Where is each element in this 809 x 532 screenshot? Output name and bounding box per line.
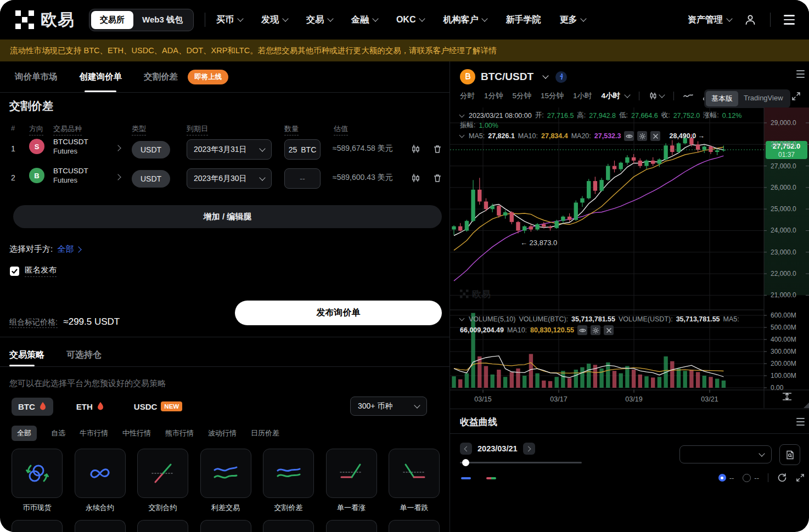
nav-item-more[interactable]: 更多: [559, 14, 586, 26]
strategy-card[interactable]: [263, 520, 314, 532]
filter-favorites[interactable]: 自选: [51, 428, 65, 438]
nav-item-buy[interactable]: 买币: [216, 14, 243, 26]
strategy-card-single-call[interactable]: 单一看涨: [326, 449, 377, 513]
tf-15m[interactable]: 15分钟: [541, 91, 564, 101]
pnl-dropdown[interactable]: [679, 445, 772, 463]
line-chart-icon[interactable]: [683, 93, 693, 99]
gear-icon[interactable]: [591, 325, 600, 335]
toggle-exchange[interactable]: 交易所: [91, 11, 133, 29]
tf-time[interactable]: 分时: [460, 91, 475, 101]
collapse-icon[interactable]: [459, 316, 465, 321]
close-icon[interactable]: [650, 131, 660, 141]
filter-calendar-spread[interactable]: 日历价差: [251, 428, 279, 438]
coin-tab-btc[interactable]: BTC: [12, 398, 53, 416]
filter-bear[interactable]: 熊市行情: [165, 428, 194, 438]
tab-optional-positions[interactable]: 可选持仓: [66, 343, 102, 366]
filter-all[interactable]: 全部: [12, 426, 37, 441]
coin-count-dropdown[interactable]: 300+ 币种: [350, 397, 427, 416]
tf-5m[interactable]: 5分钟: [513, 91, 532, 101]
collapse-icon[interactable]: [459, 133, 465, 138]
pair-label[interactable]: BTC/USDT: [481, 71, 533, 83]
publish-rfq-button[interactable]: 发布询价单: [235, 301, 442, 325]
hamburger-menu-icon[interactable]: [784, 15, 795, 24]
add-edit-leg-button[interactable]: 增加 / 编辑腿: [13, 205, 442, 228]
eye-icon[interactable]: [624, 131, 634, 141]
nav-item-institutional[interactable]: 机构客户: [443, 14, 487, 26]
tf-4h[interactable]: 4小时: [602, 91, 621, 101]
nav-item-discover[interactable]: 发现: [261, 14, 288, 26]
strategy-card[interactable]: [326, 520, 377, 532]
slider-thumb[interactable]: [462, 459, 469, 466]
quantity-input[interactable]: --: [284, 168, 321, 189]
toggle-web3-wallet[interactable]: Web3 钱包: [133, 11, 192, 29]
okx-logo[interactable]: 欧易: [14, 9, 75, 31]
expand-icon[interactable]: [796, 473, 805, 482]
mode-tradingview[interactable]: TradingView: [738, 91, 789, 106]
candle-chart-icon[interactable]: [409, 172, 422, 185]
strategy-card[interactable]: [389, 520, 440, 532]
tab-rfq-market[interactable]: 询价单市场: [15, 61, 58, 92]
counterparty-link[interactable]: 全部: [57, 244, 81, 254]
coin-tab-eth[interactable]: ETH: [70, 398, 111, 416]
announcement-banner[interactable]: 流动性市场现已支持 BTC、ETH、USDC、ADA、DOT、XRP和LTC。若…: [0, 39, 809, 61]
pnl-radio-1[interactable]: --: [718, 474, 734, 482]
filter-neutral[interactable]: 中性行情: [122, 428, 151, 438]
chevron-down-icon[interactable]: [542, 72, 548, 78]
info-icon[interactable]: [555, 71, 567, 83]
chart-menu-icon[interactable]: [796, 70, 805, 78]
tf-1h[interactable]: 1小时: [573, 91, 592, 101]
user-icon[interactable]: [744, 13, 757, 26]
prev-date-button[interactable]: [460, 443, 472, 455]
type-pill[interactable]: USDT: [132, 170, 170, 188]
strategy-card[interactable]: [12, 520, 63, 532]
quantity-input[interactable]: 25BTC: [284, 139, 321, 160]
eye-icon[interactable]: [577, 325, 587, 335]
nav-item-academy[interactable]: 新手学院: [505, 14, 541, 26]
strategy-card-futures-spread[interactable]: 交割价差: [263, 449, 314, 513]
instrument-cell[interactable]: BTCUSDTFutures: [53, 137, 88, 156]
coin-tab-usdc[interactable]: USDC NEW: [127, 397, 189, 416]
strategy-card[interactable]: [200, 520, 251, 532]
next-date-button[interactable]: [523, 443, 535, 455]
nav-item-trade[interactable]: 交易: [306, 14, 333, 26]
mode-basic[interactable]: 基本版: [706, 91, 738, 106]
document-search-icon[interactable]: [779, 444, 800, 465]
nav-item-finance[interactable]: 金融: [351, 14, 378, 26]
strategy-card-single-put[interactable]: 单一看跌: [389, 449, 440, 513]
candlestick-chart[interactable]: 欧易27,752.001:37← 23,873.029,000.028,000.…: [450, 107, 809, 410]
pnl-radio-2[interactable]: --: [743, 474, 759, 482]
strategy-card-spot[interactable]: 币币现货: [12, 449, 63, 513]
gear-icon[interactable]: [637, 131, 647, 141]
trash-icon[interactable]: [431, 172, 444, 185]
tab-create-rfq[interactable]: 创建询价单: [80, 61, 122, 92]
tab-trading-strategy[interactable]: 交易策略: [9, 343, 44, 366]
strategy-card-perpetual[interactable]: 永续合约: [75, 449, 126, 513]
strategy-card[interactable]: [137, 520, 188, 532]
filter-bull[interactable]: 牛市行情: [80, 428, 108, 438]
refresh-icon[interactable]: [777, 473, 787, 483]
trash-icon[interactable]: [431, 143, 444, 156]
expiry-dropdown[interactable]: 2023年6月30日: [187, 168, 272, 189]
tf-1m[interactable]: 1分钟: [484, 91, 503, 101]
pnl-menu-icon[interactable]: [796, 418, 805, 426]
type-pill[interactable]: USDT: [132, 141, 170, 159]
chevron-right-icon[interactable]: [115, 174, 121, 180]
instrument-cell[interactable]: BTCUSDTFutures: [53, 166, 88, 185]
strategy-card-carry-trade[interactable]: 利差交易: [200, 449, 251, 513]
nav-item-okc[interactable]: OKC: [396, 15, 425, 25]
anonymous-checkbox[interactable]: [10, 267, 19, 276]
fullscreen-icon[interactable]: [791, 92, 801, 101]
chevron-down-icon[interactable]: [624, 92, 630, 98]
expiry-dropdown[interactable]: 2023年3月31日: [187, 139, 272, 160]
filter-volatile[interactable]: 波动行情: [208, 428, 237, 438]
candle-style-icon[interactable]: [649, 92, 664, 100]
pnl-slider[interactable]: [460, 462, 582, 463]
candle-chart-icon[interactable]: [409, 143, 422, 156]
close-icon[interactable]: [604, 325, 614, 335]
collapse-icon[interactable]: [459, 112, 465, 117]
tab-futures-spread[interactable]: 交割价差: [144, 61, 178, 92]
strategy-card-futures[interactable]: 交割合约: [137, 449, 188, 513]
nav-item-assets[interactable]: 资产管理: [688, 14, 732, 26]
chevron-right-icon[interactable]: [115, 145, 121, 151]
strategy-card[interactable]: [75, 520, 126, 532]
